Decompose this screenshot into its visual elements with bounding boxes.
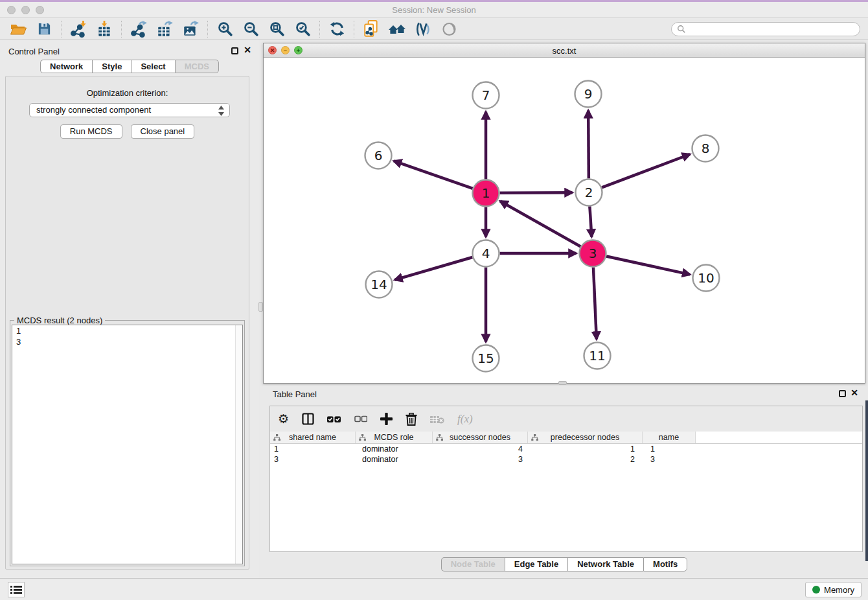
graph-node-label: 1 [482, 185, 490, 201]
table-row[interactable]: 1 dominator 4 1 1 [270, 444, 862, 454]
graph-edge-1-2[interactable] [499, 192, 572, 193]
close-table-panel-icon[interactable]: ✕ [851, 388, 858, 397]
table-row[interactable]: 3 dominator 3 2 3 [270, 454, 862, 465]
result-scrollbar[interactable] [235, 325, 242, 564]
vertical-splitter-handle[interactable] [258, 302, 263, 312]
status-bar: Memory [0, 578, 868, 600]
tab-edge-table[interactable]: Edge Table [505, 557, 567, 571]
tab-node-table[interactable]: Node Table [441, 557, 505, 571]
optimization-criterion-select[interactable]: strongly connected component [29, 103, 230, 117]
toolbar-separator [207, 21, 208, 38]
export-image-icon[interactable] [179, 19, 201, 39]
graph-edge-2-9[interactable] [588, 110, 589, 178]
column-label: name [659, 433, 679, 442]
graph-edge-3-11[interactable] [593, 267, 597, 339]
delete-row-icon[interactable] [405, 413, 417, 426]
tab-network-table[interactable]: Network Table [567, 557, 643, 571]
graph-edge-3-10[interactable] [606, 257, 690, 275]
cell-shared-name[interactable]: 1 [270, 444, 356, 454]
zoom-fit-icon[interactable] [266, 19, 288, 39]
add-row-icon[interactable] [380, 413, 393, 425]
zoom-selected-icon[interactable] [291, 19, 314, 39]
export-network-icon[interactable] [128, 19, 150, 39]
cell-predecessor-nodes[interactable]: 1 [528, 444, 643, 454]
list-icon [10, 585, 22, 595]
column-header-predecessor-nodes[interactable]: predecessor nodes [528, 432, 643, 443]
zoom-out-icon[interactable] [240, 19, 262, 39]
node-table-container: ⚙ f(x) [269, 406, 863, 552]
refresh-icon[interactable] [326, 19, 348, 39]
table-panel: Table Panel ✕ ⚙ f(x) [263, 386, 865, 577]
mcds-result-group: MCDS result (2 nodes) 1 3 [10, 320, 245, 566]
import-table-icon[interactable] [93, 19, 115, 39]
clone-network-icon[interactable] [360, 19, 382, 39]
column-header-name[interactable]: name [643, 432, 696, 443]
mcds-result-textarea[interactable]: 1 3 [12, 325, 243, 564]
show-column-icon[interactable] [302, 413, 314, 425]
cell-predecessor-nodes[interactable]: 2 [528, 454, 643, 465]
network-window-titlebar[interactable]: ✕ − + scc.txt [264, 43, 865, 58]
column-header-successor-nodes[interactable]: successor nodes [433, 432, 528, 443]
open-folder-icon[interactable] [7, 19, 29, 39]
toolbar-separator [61, 21, 62, 38]
cell-shared-name[interactable]: 3 [270, 454, 356, 465]
import-network-icon[interactable] [67, 19, 89, 39]
vizmapper-icon[interactable] [412, 19, 434, 39]
graph-edge-4-14[interactable] [394, 257, 472, 280]
column-header-shared-name[interactable]: shared name [270, 432, 356, 443]
tree-icon [359, 434, 366, 441]
zoom-in-icon[interactable] [214, 19, 236, 39]
graph-edge-1-6[interactable] [394, 161, 473, 188]
memory-status-dot-icon [812, 586, 820, 594]
destroy-table-icon [430, 414, 444, 424]
tab-network[interactable]: Network [40, 60, 92, 73]
deselect-all-columns-icon[interactable] [354, 415, 367, 423]
control-panel-title: Control Panel [8, 47, 60, 56]
control-panel-tabs: Network Style Select MCDS [0, 60, 259, 73]
cell-name[interactable]: 3 [643, 454, 696, 465]
tab-motifs[interactable]: Motifs [643, 557, 687, 571]
cell-successor-nodes[interactable]: 3 [433, 454, 528, 465]
task-history-button[interactable] [8, 582, 25, 597]
tab-style[interactable]: Style [92, 60, 131, 73]
dropdown-stepper-icon [218, 106, 224, 116]
save-icon[interactable] [33, 19, 55, 39]
memory-button[interactable]: Memory [805, 582, 862, 597]
graph-node-label: 9 [584, 86, 593, 102]
graph-edge-3-1[interactable] [500, 202, 580, 247]
cell-mcds-role[interactable]: dominator [356, 444, 433, 454]
column-header-mcds-role[interactable]: MCDS role [356, 432, 433, 443]
toolbar-separator [319, 21, 320, 38]
memory-label: Memory [824, 585, 854, 595]
app-titlebar: Session: New Session [0, 2, 868, 18]
float-panel-icon[interactable] [231, 47, 238, 54]
table-header-row: shared name MCDS role successor nodes pr… [270, 432, 862, 444]
close-panel-icon[interactable]: ✕ [244, 45, 251, 54]
home-layout-icon[interactable] [386, 19, 408, 39]
column-label: predecessor nodes [551, 433, 619, 442]
graph-node-label: 7 [482, 87, 490, 103]
horizontal-splitter-handle[interactable] [558, 381, 567, 385]
cell-mcds-role[interactable]: dominator [356, 454, 433, 465]
table-settings-gear-icon[interactable]: ⚙ [278, 413, 289, 425]
node-table: shared name MCDS role successor nodes pr… [270, 432, 862, 465]
network-window-title: scc.txt [264, 46, 865, 56]
result-line: 1 [12, 325, 242, 336]
run-mcds-button[interactable]: Run MCDS [60, 124, 122, 139]
control-panel: Control Panel ✕ Network Style Select MCD… [0, 40, 259, 578]
tab-mcds[interactable]: MCDS [175, 60, 219, 73]
column-label: MCDS role [374, 433, 413, 442]
tab-select[interactable]: Select [131, 60, 174, 73]
select-all-columns-icon[interactable] [327, 415, 341, 424]
graph-edge-2-8[interactable] [602, 154, 690, 187]
tree-icon [436, 434, 443, 441]
network-canvas[interactable]: 7968124314101511 [264, 58, 865, 383]
search-input[interactable] [686, 23, 860, 35]
cell-successor-nodes[interactable]: 4 [433, 444, 528, 454]
graph-edge-2-3[interactable] [589, 206, 591, 237]
cell-name[interactable]: 1 [643, 444, 696, 454]
close-panel-button[interactable]: Close panel [131, 124, 195, 139]
float-table-panel-icon[interactable] [839, 390, 846, 397]
graph-node-label: 6 [374, 148, 383, 163]
export-table-icon[interactable] [154, 19, 176, 39]
